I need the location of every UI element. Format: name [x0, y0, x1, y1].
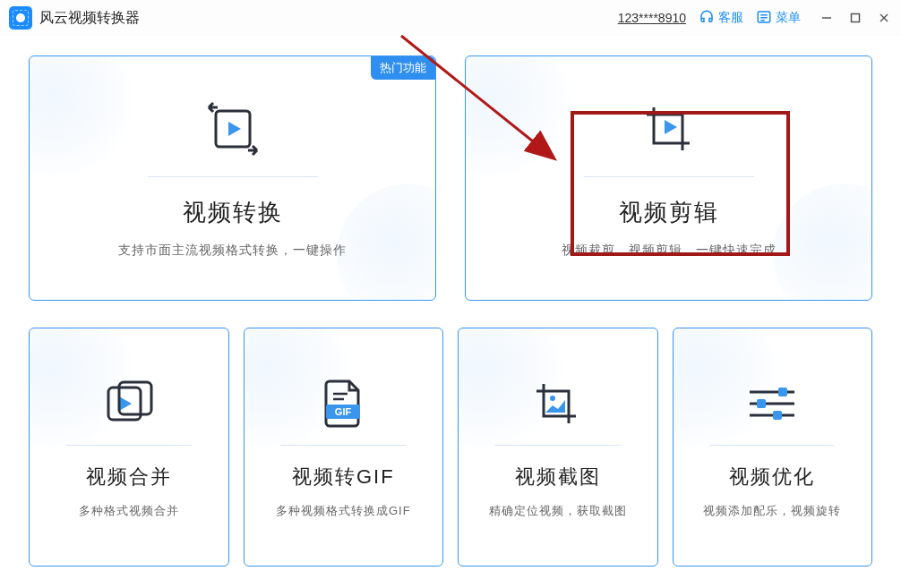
close-button[interactable] [876, 10, 892, 26]
main-content: 热门功能 视频转换 支持市面主流视频格式转换，一键操作 [0, 36, 901, 577]
screenshot-icon [531, 375, 585, 432]
account-phone-link[interactable]: 123****8910 [618, 11, 686, 25]
app-logo-icon [9, 6, 32, 30]
gif-file-icon: GIF [321, 375, 365, 432]
card-desc: 精确定位视频，获取截图 [489, 503, 627, 519]
title-bar: 风云视频转换器 123****8910 客服 [0, 0, 901, 36]
maximize-button[interactable] [847, 10, 863, 26]
edit-crop-icon [638, 98, 700, 160]
card-video-edit[interactable]: 视频剪辑 视频裁剪，视频剪辑，一键快速完成 [465, 55, 872, 301]
svg-text:GIF: GIF [335, 406, 352, 417]
customer-service-label: 客服 [718, 10, 743, 26]
card-title: 视频转GIF [292, 464, 395, 490]
svg-marker-10 [665, 120, 677, 134]
svg-rect-22 [778, 388, 787, 396]
card-title: 视频优化 [729, 464, 815, 490]
card-title: 视频截图 [515, 464, 601, 490]
headset-icon [699, 9, 715, 28]
svg-rect-24 [773, 411, 782, 420]
svg-point-18 [550, 396, 555, 401]
menu-button[interactable]: 菜单 [756, 9, 801, 28]
menu-list-icon [756, 9, 772, 28]
app-title: 风云视频转换器 [39, 9, 140, 28]
card-video-merge[interactable]: 视频合并 多种格式视频合并 [29, 328, 229, 567]
card-desc: 支持市面主流视频格式转换，一键操作 [118, 243, 347, 259]
card-desc: 多种格式视频合并 [79, 503, 179, 519]
svg-rect-5 [852, 14, 860, 22]
svg-rect-23 [757, 399, 766, 408]
card-desc: 视频裁剪，视频剪辑，一键快速完成 [562, 243, 777, 259]
card-desc: 多种视频格式转换成GIF [276, 503, 411, 519]
card-title: 视频转换 [183, 197, 283, 228]
sliders-icon [744, 375, 800, 432]
hot-badge: 热门功能 [371, 56, 435, 80]
card-video-screenshot[interactable]: 视频截图 精确定位视频，获取截图 [458, 328, 658, 567]
convert-icon [202, 98, 264, 160]
svg-rect-13 [119, 382, 151, 414]
svg-marker-9 [228, 122, 241, 136]
titlebar-right: 123****8910 客服 菜单 [618, 9, 892, 28]
card-video-to-gif[interactable]: GIF 视频转GIF 多种视频格式转换成GIF [244, 328, 444, 567]
card-video-convert[interactable]: 热门功能 视频转换 支持市面主流视频格式转换，一键操作 [29, 55, 436, 301]
card-desc: 视频添加配乐，视频旋转 [703, 503, 841, 519]
menu-label: 菜单 [776, 10, 801, 26]
merge-icon [103, 375, 155, 432]
card-video-optimize[interactable]: 视频优化 视频添加配乐，视频旋转 [673, 328, 873, 567]
card-title: 视频合并 [86, 464, 172, 490]
card-title: 视频剪辑 [619, 197, 719, 228]
minimize-button[interactable] [819, 10, 835, 26]
customer-service-button[interactable]: 客服 [699, 9, 743, 28]
